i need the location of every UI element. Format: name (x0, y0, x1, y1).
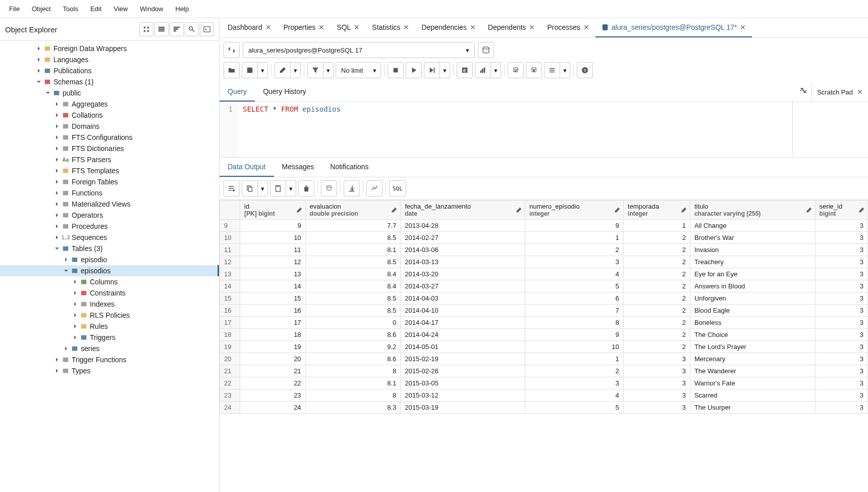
menu-edit[interactable]: Edit (85, 3, 106, 15)
sql-editor[interactable]: 1 SELECT * FROM episodios (220, 102, 792, 157)
cell[interactable]: 3 (623, 365, 690, 377)
menu-window[interactable]: Window (135, 3, 168, 15)
chevron-right-icon[interactable] (53, 189, 61, 196)
chevron-right-icon[interactable] (35, 67, 42, 74)
column-header-fecha_de_lanzamiento[interactable]: fecha_de_lanzamientodate (401, 201, 525, 220)
close-tab-button[interactable]: ✕ (740, 23, 746, 31)
cell[interactable]: 3 (815, 353, 867, 365)
stop-button[interactable] (388, 62, 404, 78)
table-row[interactable]: 22228.12015-03-0533Warrior's Fate3 (220, 377, 868, 389)
query-tool-button[interactable] (139, 22, 153, 36)
filter-dropdown[interactable]: ▾ (323, 62, 334, 78)
tree-node-publications[interactable]: Publications (0, 65, 219, 76)
tree-node-foreign-tables[interactable]: Foreign Tables (0, 176, 219, 187)
tree-node-materialized-views[interactable]: Materialized Views (0, 199, 219, 210)
table-row[interactable]: 13138.42014-03-2042Eye for an Eye3 (220, 268, 868, 280)
graph-button[interactable] (366, 180, 383, 196)
table-row[interactable]: 19199.22014-05-01102The Lord's Prayer3 (220, 341, 868, 353)
menu-object[interactable]: Object (27, 3, 56, 15)
table-row[interactable]: 997.72013-04-2891All Change3 (220, 220, 868, 232)
tree-node-rules[interactable]: Rules (0, 321, 219, 332)
execute-options-dropdown[interactable]: ▾ (440, 62, 450, 78)
tree-node-episodios[interactable]: episodios (0, 265, 219, 276)
cell[interactable]: The Choice (690, 329, 815, 341)
chevron-down-icon[interactable] (44, 89, 51, 96)
chevron-right-icon[interactable] (53, 167, 61, 174)
close-tab-button[interactable]: ✕ (583, 23, 589, 31)
cell[interactable]: 8 (305, 389, 401, 402)
edit-column-icon[interactable] (296, 207, 302, 213)
tree-node-foreign-data-wrappers[interactable]: Foreign Data Wrappers (0, 43, 219, 54)
cell[interactable]: 2 (623, 341, 690, 353)
cell[interactable]: 1 (525, 232, 623, 244)
cell[interactable]: 13 (240, 268, 306, 280)
column-header-titulo[interactable]: titulocharacter varying (255) (690, 201, 815, 220)
cell[interactable]: 8 (525, 317, 623, 329)
cell[interactable]: 3 (623, 377, 690, 389)
cell[interactable]: 3 (815, 232, 867, 244)
row-number[interactable]: 18 (220, 329, 240, 341)
cell[interactable]: 2015-03-19 (401, 402, 525, 414)
cell[interactable]: 5 (525, 280, 623, 292)
open-file-button[interactable] (224, 62, 240, 78)
cell[interactable]: Scarred (690, 389, 815, 402)
menu-help[interactable]: Help (171, 3, 194, 15)
edit-button[interactable] (275, 62, 291, 78)
chevron-down-icon[interactable] (63, 267, 70, 274)
cell[interactable]: 2014-03-27 (401, 280, 525, 292)
tree-node-types[interactable]: Types (0, 365, 219, 376)
cell[interactable]: 8.6 (305, 353, 401, 365)
cell[interactable]: Eye for an Eye (690, 268, 815, 280)
commit-button[interactable] (508, 62, 524, 78)
search-button[interactable] (185, 22, 199, 36)
table-row[interactable]: 232382015-03-1243Scarred3 (220, 389, 868, 402)
cell[interactable]: 3 (815, 256, 867, 268)
cell[interactable]: 6 (525, 292, 623, 305)
expand-editor-button[interactable] (795, 82, 811, 102)
cell[interactable]: 8.5 (305, 292, 401, 305)
tree-node-triggers[interactable]: Triggers (0, 332, 219, 343)
paste-dropdown[interactable]: ▾ (286, 180, 296, 196)
cell[interactable]: 2 (623, 256, 690, 268)
table-row[interactable]: 24248.32015-03-1953The Usurper3 (220, 402, 868, 414)
macros-button[interactable] (544, 62, 560, 78)
column-header-id[interactable]: id[PK] bigint (240, 201, 306, 220)
execute-options-button[interactable] (424, 62, 440, 78)
tree-node-indexes[interactable]: Indexes (0, 299, 219, 310)
cell[interactable]: 3 (815, 341, 867, 353)
cell[interactable]: 3 (525, 256, 623, 268)
close-tab-button[interactable]: ✕ (318, 23, 324, 31)
cell[interactable]: 8.3 (305, 402, 401, 414)
tab-dashboard[interactable]: Dashboard✕ (222, 18, 278, 37)
cell[interactable]: 3 (815, 280, 867, 292)
row-number[interactable]: 17 (220, 317, 240, 329)
menu-tools[interactable]: Tools (58, 3, 83, 15)
tree-node-public[interactable]: public (0, 87, 219, 99)
cell[interactable]: 19 (240, 341, 306, 353)
cell[interactable]: 7 (525, 305, 623, 317)
explain-button[interactable]: E (457, 62, 473, 78)
tree-node-episodio[interactable]: episodio (0, 254, 219, 265)
cell[interactable]: 2014-05-01 (401, 341, 525, 353)
menu-file[interactable]: File (4, 3, 25, 15)
cell[interactable]: 8.4 (305, 268, 401, 280)
cell[interactable]: 2015-03-05 (401, 377, 525, 389)
editor-tab-query[interactable]: Query (220, 82, 255, 102)
cell[interactable]: All Change (690, 220, 815, 232)
code-area[interactable]: SELECT * FROM episodios (238, 102, 792, 157)
tab-dependencies[interactable]: Dependencies✕ (415, 18, 482, 37)
close-tab-button[interactable]: ✕ (265, 23, 272, 31)
chevron-right-icon[interactable] (63, 345, 70, 352)
close-scratch-button[interactable]: ✕ (857, 88, 863, 96)
cell[interactable]: 9 (525, 220, 623, 232)
cell[interactable]: 8.5 (305, 256, 401, 268)
copy-dropdown[interactable]: ▾ (258, 180, 268, 196)
cell[interactable]: 12 (240, 256, 306, 268)
edit-column-icon[interactable] (858, 207, 864, 213)
edit-column-icon[interactable] (614, 207, 620, 213)
cell[interactable]: 15 (240, 292, 306, 305)
tree-node-fts-templates[interactable]: FTS Templates (0, 165, 219, 176)
chevron-right-icon[interactable] (53, 145, 61, 152)
cell[interactable]: 3 (815, 244, 867, 256)
tree-node-collations[interactable]: Collations (0, 110, 219, 121)
